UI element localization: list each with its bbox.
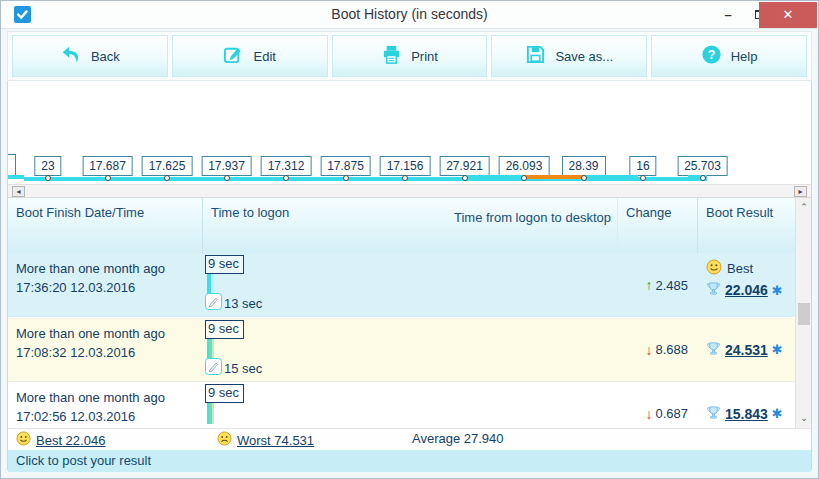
trophy-icon — [706, 341, 721, 359]
close-button[interactable]: ✕ — [759, 2, 817, 28]
boot-result-link[interactable]: 22.046 — [725, 282, 768, 298]
boot-date-cell: More than one month ago 17:08:32 12.03.2… — [8, 318, 203, 381]
chart-point-marker — [105, 175, 111, 181]
chart-point-label: 17.156 — [380, 156, 431, 176]
toolbar: Back Edit Print Save as... ? Help — [7, 31, 812, 81]
table-v-scrollbar[interactable]: ⌃ ⌄ — [795, 198, 811, 428]
sad-smiley-icon — [217, 431, 232, 449]
chart-point-label: 16 — [629, 156, 656, 176]
chart-point-marker — [640, 175, 646, 181]
chart-point-label: 17.687 — [82, 156, 133, 176]
boot-result-link[interactable]: 24.531 — [725, 342, 768, 358]
chart-point-marker — [402, 175, 408, 181]
boot-result-link[interactable]: 15.843 — [725, 406, 768, 422]
post-result-bar[interactable]: Click to post your result — [8, 450, 811, 472]
boot-date-cell: More than one month ago 17:36:20 12.03.2… — [8, 253, 203, 317]
logon-duration-bar — [207, 274, 214, 295]
chart-h-scrollbar[interactable]: ◂ ▸ — [8, 184, 811, 198]
snowflake-icon: ✱ — [772, 406, 783, 421]
scroll-right-button[interactable]: ▸ — [794, 186, 807, 197]
logon-time-cell: 9 sec — [203, 382, 618, 428]
time-to-logon-value: 9 sec — [205, 255, 244, 274]
header-boot-finish[interactable]: Boot Finish Date/Time — [8, 198, 203, 253]
chart-point-label: 25.703 — [677, 156, 728, 176]
snowflake-icon: ✱ — [772, 283, 783, 298]
logon-time-cell: 9 sec 13 sec — [203, 253, 618, 317]
chart-point-marker — [45, 175, 51, 181]
back-arrow-icon — [60, 44, 82, 69]
edit-pencil-icon[interactable] — [205, 293, 222, 313]
chart-point-marker — [164, 175, 170, 181]
happy-smiley-icon — [706, 259, 722, 278]
result-badge: Best — [727, 261, 753, 276]
header-boot-result[interactable]: Boot Result — [698, 198, 795, 253]
chart-point-marker — [700, 175, 706, 181]
scroll-down-button[interactable]: ⌄ — [797, 411, 811, 426]
boot-timestamp: 17:36:20 12.03.2016 — [16, 278, 199, 297]
logon-duration-bar — [207, 339, 214, 360]
time-to-logon-value: 9 sec — [205, 320, 244, 339]
printer-icon — [381, 44, 402, 68]
chart-point-marker — [581, 175, 587, 181]
boot-result-cell: Best 22.046 ✱ — [698, 253, 795, 317]
table-body: More than one month ago 17:36:20 12.03.2… — [8, 253, 795, 428]
boot-age: More than one month ago — [16, 259, 199, 278]
chart-line-segment — [584, 175, 639, 179]
boot-age: More than one month ago — [16, 324, 199, 343]
scroll-up-button[interactable]: ⌃ — [797, 200, 811, 215]
table-row[interactable]: More than one month ago 17:08:32 12.03.2… — [8, 317, 795, 381]
svg-text:?: ? — [707, 48, 715, 62]
chart-point-label: 28.39 — [561, 156, 605, 176]
table-row[interactable]: More than one month ago 17:02:56 12.03.2… — [8, 381, 795, 428]
chart-point-label: 17.937 — [201, 156, 252, 176]
help-question-icon: ? — [701, 44, 722, 68]
scroll-left-button[interactable]: ◂ — [12, 186, 25, 197]
chart-line-segment — [8, 175, 24, 179]
chart-point-marker — [521, 175, 527, 181]
print-button[interactable]: Print — [332, 35, 488, 77]
chart-line-highlight — [524, 175, 584, 179]
header-time-to-logon: Time to logon — [211, 205, 289, 253]
edit-button[interactable]: Edit — [172, 35, 328, 77]
change-cell: 8.688 — [618, 318, 698, 381]
change-direction-icon — [645, 406, 652, 422]
logon-time-cell: 9 sec 15 sec — [203, 318, 618, 381]
snowflake-icon: ✱ — [772, 342, 783, 357]
minimize-button[interactable]: – — [712, 1, 744, 28]
boot-timestamp: 17:08:32 12.03.2016 — [16, 343, 199, 362]
boot-history-window: Boot History (in seconds) – ✕ Back Edit … — [0, 0, 819, 479]
time-to-desktop-value: 13 sec — [224, 296, 262, 311]
chart-point-label: 17.625 — [142, 156, 193, 176]
window-title: Boot History (in seconds) — [1, 6, 818, 22]
happy-smiley-icon — [16, 431, 31, 449]
boot-age: More than one month ago — [16, 388, 199, 407]
table-header-row: Boot Finish Date/Time Time to logon Time… — [8, 198, 795, 253]
time-to-desktop-value: 15 sec — [224, 361, 262, 376]
chart-point-label: 17.875 — [320, 156, 371, 176]
header-logon-times[interactable]: Time to logon Time from logon to desktop — [203, 198, 618, 253]
change-value: 0.687 — [655, 406, 688, 421]
table-row[interactable]: More than one month ago 17:36:20 12.03.2… — [8, 253, 795, 317]
worst-result-link[interactable]: Worst 74.531 — [217, 431, 314, 449]
boot-time-chart: 2317.68717.62517.93717.31217.87517.15627… — [8, 81, 811, 184]
edit-pencil-icon — [223, 44, 244, 68]
boot-result-cell: 24.531 ✱ — [698, 318, 795, 381]
header-change[interactable]: Change — [618, 198, 698, 253]
scroll-thumb[interactable] — [798, 303, 810, 325]
change-value: 2.485 — [655, 278, 688, 293]
back-button[interactable]: Back — [12, 35, 168, 77]
save-floppy-icon — [525, 44, 546, 68]
best-result-link[interactable]: Best 22.046 — [16, 431, 105, 449]
trophy-icon — [706, 281, 721, 299]
boot-history-table: Boot Finish Date/Time Time to logon Time… — [8, 198, 811, 428]
content-frame: 2317.68717.62517.93717.31217.87517.15627… — [7, 81, 812, 470]
boot-date-cell: More than one month ago 17:02:56 12.03.2… — [8, 382, 203, 428]
change-direction-icon — [645, 277, 652, 293]
save-as-button[interactable]: Save as... — [491, 35, 647, 77]
logon-duration-bar — [207, 403, 214, 424]
average-text: Average 27.940 — [412, 431, 504, 446]
chart-point-marker — [462, 175, 468, 181]
help-button[interactable]: ? Help — [651, 35, 807, 77]
chart-line-segment — [465, 175, 525, 179]
edit-pencil-icon[interactable] — [205, 358, 222, 378]
